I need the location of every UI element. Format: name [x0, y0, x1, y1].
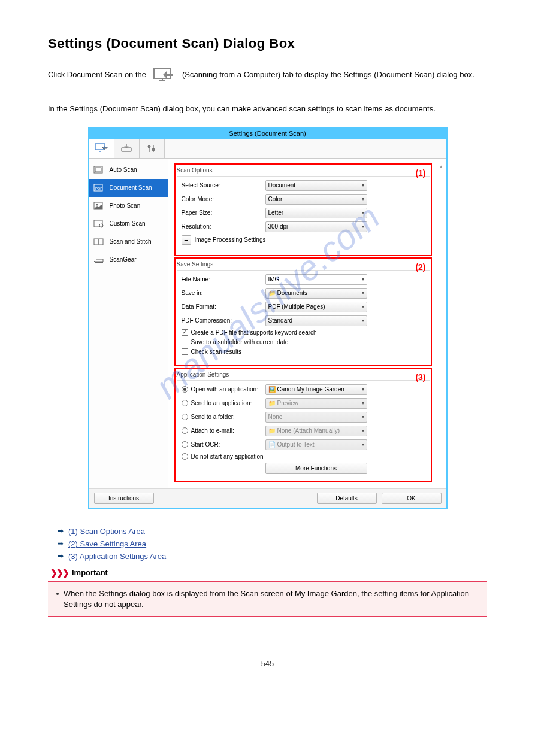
instructions-button[interactable]: Instructions — [94, 493, 154, 504]
keyword-search-label: Create a PDF file that supports keyword … — [191, 329, 317, 336]
save-settings-group: Save Settings File Name: IMG▾ Save in: 📁… — [177, 261, 430, 358]
app-settings-legend: Application Settings — [177, 371, 430, 378]
no-app-label: Do not start any application — [191, 453, 264, 460]
sidebar: Auto Scan PDF Document Scan Photo Scan C… — [89, 159, 168, 488]
link-app-settings[interactable]: (3) Application Settings Area — [68, 552, 166, 561]
link-scan-options[interactable]: (1) Scan Options Area — [68, 527, 145, 536]
content-area: ▴ (1) Scan Options Select Source: Docume… — [168, 159, 446, 488]
chevron-down-icon: ▾ — [362, 442, 364, 447]
sidebar-item-document-scan[interactable]: PDF Document Scan — [89, 179, 168, 197]
defaults-button[interactable]: Defaults — [317, 493, 377, 504]
callout-2: (2) — [415, 262, 425, 272]
svg-point-7 — [148, 145, 150, 148]
svg-rect-16 — [94, 220, 102, 227]
sidebar-item-custom-scan[interactable]: Custom Scan — [89, 215, 168, 233]
svg-rect-18 — [94, 239, 98, 245]
photo-scan-icon — [93, 201, 105, 211]
chevron-down-icon: ▾ — [362, 183, 364, 188]
scan-options-group: Scan Options Select Source: Document▾ Co… — [177, 167, 430, 248]
more-functions-button[interactable]: More Functions — [265, 463, 367, 474]
ok-button[interactable]: OK — [382, 493, 442, 504]
scan-options-legend: Scan Options — [177, 167, 430, 174]
keyword-search-checkbox[interactable]: ✓ — [182, 329, 188, 336]
sidebar-label: Document Scan — [110, 184, 152, 191]
tab-scan-to-computer[interactable] — [114, 139, 140, 158]
svg-point-9 — [152, 148, 155, 151]
important-heading: ❯❯❯ Important — [50, 568, 487, 578]
open-app-dropdown[interactable]: 🖼️Canon My Image Garden ▾ — [265, 384, 367, 395]
page-number: 545 — [48, 659, 487, 668]
start-ocr-radio[interactable] — [182, 441, 188, 448]
chevron-down-icon: ▾ — [362, 318, 364, 323]
sidebar-label: ScanGear — [110, 256, 137, 263]
folder-icon: 📁 — [268, 427, 276, 435]
important-note-box: When the Settings dialog box is displaye… — [48, 581, 487, 617]
sidebar-item-auto-scan[interactable]: Auto Scan — [89, 161, 168, 179]
app-icon: 🖼️ — [268, 386, 276, 393]
svg-text:PDF: PDF — [95, 187, 102, 190]
send-app-dropdown[interactable]: 📁Preview ▾ — [265, 398, 367, 409]
save-in-label: Save in: — [182, 290, 265, 296]
paper-size-dropdown[interactable]: Letter▾ — [265, 208, 367, 218]
paper-size-label: Paper Size: — [182, 210, 265, 216]
scan-from-computer-icon — [152, 67, 176, 85]
resolution-label: Resolution: — [182, 223, 265, 230]
sidebar-item-scan-stitch[interactable]: Scan and Stitch — [89, 233, 168, 251]
settings-dialog: Settings (Document Scan) Auto Scan — [88, 127, 448, 509]
sidebar-item-scangear[interactable]: ScanGear — [89, 251, 168, 269]
dialog-footer: Instructions Defaults OK — [89, 488, 446, 508]
attach-email-radio[interactable] — [182, 427, 188, 434]
auto-scan-icon — [93, 165, 105, 175]
send-folder-radio[interactable] — [182, 414, 188, 420]
sidebar-item-photo-scan[interactable]: Photo Scan — [89, 197, 168, 215]
section-links: ➡ (1) Scan Options Area ➡ (2) Save Setti… — [58, 527, 487, 561]
intro-paragraph-2: In the Settings (Document Scan) dialog b… — [48, 103, 487, 115]
svg-rect-19 — [99, 239, 103, 245]
page-heading: Settings (Document Scan) Dialog Box — [48, 36, 487, 51]
app-settings-group: Application Settings Open with an applic… — [177, 371, 430, 474]
tab-scan-from-computer[interactable] — [89, 139, 114, 158]
select-source-label: Select Source: — [182, 182, 265, 189]
no-app-radio[interactable] — [182, 453, 188, 460]
check-results-label: Check scan results — [191, 348, 241, 355]
scan-stitch-icon — [93, 237, 105, 247]
expand-image-processing-button[interactable]: + — [182, 235, 191, 245]
data-format-dropdown[interactable]: PDF (Multiple Pages)▾ — [265, 302, 367, 312]
folder-icon: 📁 — [268, 290, 276, 297]
tab-general-settings[interactable] — [140, 139, 165, 158]
open-app-radio[interactable] — [182, 386, 188, 393]
scroll-up-icon[interactable]: ▴ — [440, 163, 443, 169]
arrow-right-icon: ➡ — [58, 552, 64, 560]
start-ocr-dropdown[interactable]: 📄Output to Text ▾ — [265, 439, 367, 450]
color-mode-label: Color Mode: — [182, 196, 265, 202]
select-source-dropdown[interactable]: Document▾ — [265, 180, 367, 191]
highlight-scan-options: (1) Scan Options Select Source: Document… — [174, 163, 432, 256]
chevron-down-icon: ▾ — [362, 196, 364, 202]
attach-email-dropdown[interactable]: 📁None (Attach Manually) ▾ — [265, 426, 367, 436]
folder-icon: 📁 — [268, 400, 276, 407]
intro-label-left: Click Document Scan on the — [48, 66, 146, 81]
send-app-label: Send to an application: — [191, 400, 252, 406]
chevron-down-icon: ▾ — [362, 290, 364, 296]
bullet-icon — [56, 593, 59, 595]
chevron-down-icon: ▾ — [362, 387, 364, 392]
image-processing-label: Image Processing Settings — [195, 236, 266, 243]
send-folder-dropdown[interactable]: None▾ — [265, 412, 367, 423]
svg-rect-11 — [95, 168, 101, 172]
file-name-field[interactable]: IMG▾ — [265, 274, 367, 285]
arrow-right-icon: ➡ — [58, 539, 64, 548]
sidebar-label: Auto Scan — [110, 166, 137, 173]
document-scan-icon: PDF — [93, 183, 105, 193]
send-app-radio[interactable] — [182, 400, 188, 406]
text-icon: 📄 — [268, 441, 276, 448]
save-in-dropdown[interactable]: 📁Documents ▾ — [265, 288, 367, 299]
chevron-down-icon: ▾ — [362, 277, 364, 282]
color-mode-dropdown[interactable]: Color▾ — [265, 194, 367, 205]
open-app-label: Open with an application: — [191, 386, 258, 393]
check-results-checkbox[interactable] — [182, 348, 188, 355]
custom-scan-icon — [93, 219, 105, 229]
pdf-compression-dropdown[interactable]: Standard▾ — [265, 315, 367, 326]
resolution-dropdown[interactable]: 300 dpi▾ — [265, 221, 367, 232]
subfolder-checkbox[interactable] — [182, 339, 188, 345]
link-save-settings[interactable]: (2) Save Settings Area — [68, 539, 146, 548]
